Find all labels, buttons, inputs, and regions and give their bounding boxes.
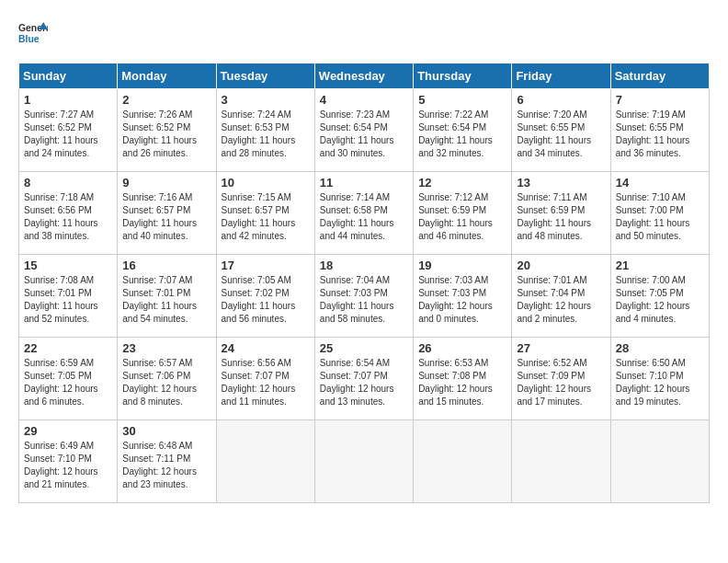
day-of-week-header: Sunday bbox=[19, 63, 118, 89]
calendar-day-cell: 4 Sunrise: 7:23 AM Sunset: 6:54 PM Dayli… bbox=[314, 89, 413, 172]
day-number: 27 bbox=[517, 341, 605, 355]
day-of-week-header: Saturday bbox=[610, 63, 709, 89]
daylight-hours: Daylight: 11 hours and 48 minutes. bbox=[517, 218, 591, 241]
daylight-hours: Daylight: 11 hours and 40 minutes. bbox=[122, 218, 197, 241]
day-number: 22 bbox=[24, 341, 112, 355]
sunset-time: Sunset: 6:56 PM bbox=[24, 205, 92, 215]
sunset-time: Sunset: 7:11 PM bbox=[122, 454, 190, 464]
calendar-day-cell: 24 Sunrise: 6:56 AM Sunset: 7:07 PM Dayl… bbox=[216, 338, 314, 420]
daylight-hours: Daylight: 11 hours and 34 minutes. bbox=[517, 135, 591, 158]
calendar-day-cell: 25 Sunrise: 6:54 AM Sunset: 7:07 PM Dayl… bbox=[314, 338, 413, 420]
day-number: 7 bbox=[616, 93, 704, 107]
calendar-day-cell: 23 Sunrise: 6:57 AM Sunset: 7:06 PM Dayl… bbox=[118, 338, 216, 420]
day-number: 3 bbox=[222, 93, 310, 107]
day-info: Sunrise: 7:00 AM Sunset: 7:05 PM Dayligh… bbox=[616, 274, 704, 326]
day-number: 9 bbox=[122, 176, 210, 190]
sunrise-time: Sunrise: 7:26 AM bbox=[122, 109, 192, 120]
daylight-hours: Daylight: 11 hours and 50 minutes. bbox=[616, 218, 690, 241]
calendar-day-cell: 1 Sunrise: 7:27 AM Sunset: 6:52 PM Dayli… bbox=[19, 89, 118, 172]
sunset-time: Sunset: 7:10 PM bbox=[24, 454, 92, 464]
daylight-hours: Daylight: 11 hours and 36 minutes. bbox=[616, 135, 690, 158]
daylight-hours: Daylight: 12 hours and 8 minutes. bbox=[122, 384, 197, 407]
calendar-day-cell: 2 Sunrise: 7:26 AM Sunset: 6:52 PM Dayli… bbox=[118, 89, 216, 172]
calendar-day-cell: 22 Sunrise: 6:59 AM Sunset: 7:05 PM Dayl… bbox=[19, 338, 118, 420]
sunrise-time: Sunrise: 7:10 AM bbox=[616, 192, 686, 202]
daylight-hours: Daylight: 12 hours and 0 minutes. bbox=[418, 301, 493, 324]
daylight-hours: Daylight: 11 hours and 42 minutes. bbox=[222, 218, 296, 241]
day-info: Sunrise: 7:23 AM Sunset: 6:54 PM Dayligh… bbox=[320, 109, 408, 160]
sunrise-time: Sunrise: 7:11 AM bbox=[517, 192, 586, 202]
calendar-day-cell: 16 Sunrise: 7:07 AM Sunset: 7:01 PM Dayl… bbox=[118, 255, 216, 338]
logo: General Blue bbox=[18, 18, 48, 48]
day-number: 24 bbox=[222, 341, 310, 355]
sunset-time: Sunset: 7:01 PM bbox=[24, 288, 92, 298]
sunrise-time: Sunrise: 7:07 AM bbox=[122, 275, 192, 285]
daylight-hours: Daylight: 11 hours and 52 minutes. bbox=[24, 301, 98, 324]
sunrise-time: Sunrise: 7:12 AM bbox=[418, 192, 488, 202]
day-info: Sunrise: 7:10 AM Sunset: 7:00 PM Dayligh… bbox=[616, 191, 704, 243]
day-info: Sunrise: 7:14 AM Sunset: 6:58 PM Dayligh… bbox=[320, 191, 408, 243]
sunset-time: Sunset: 7:07 PM bbox=[222, 371, 290, 381]
daylight-hours: Daylight: 12 hours and 2 minutes. bbox=[517, 301, 591, 324]
sunrise-time: Sunrise: 7:00 AM bbox=[616, 275, 686, 285]
calendar-day-cell bbox=[414, 420, 512, 503]
sunset-time: Sunset: 7:09 PM bbox=[517, 371, 585, 381]
sunset-time: Sunset: 6:53 PM bbox=[222, 122, 290, 132]
sunset-time: Sunset: 6:59 PM bbox=[418, 205, 486, 215]
sunrise-time: Sunrise: 7:03 AM bbox=[418, 275, 488, 285]
daylight-hours: Daylight: 11 hours and 56 minutes. bbox=[222, 301, 296, 324]
calendar-day-cell bbox=[610, 420, 709, 503]
day-number: 21 bbox=[616, 259, 704, 272]
day-info: Sunrise: 7:26 AM Sunset: 6:52 PM Dayligh… bbox=[122, 109, 210, 160]
day-info: Sunrise: 7:24 AM Sunset: 6:53 PM Dayligh… bbox=[222, 109, 310, 160]
sunrise-time: Sunrise: 7:16 AM bbox=[122, 192, 192, 202]
calendar-week-row: 8 Sunrise: 7:18 AM Sunset: 6:56 PM Dayli… bbox=[19, 172, 710, 255]
day-number: 4 bbox=[320, 93, 408, 107]
daylight-hours: Daylight: 11 hours and 38 minutes. bbox=[24, 218, 98, 241]
sunrise-time: Sunrise: 7:05 AM bbox=[222, 275, 291, 285]
sunrise-time: Sunrise: 7:20 AM bbox=[517, 109, 586, 120]
day-info: Sunrise: 7:18 AM Sunset: 6:56 PM Dayligh… bbox=[24, 191, 112, 243]
daylight-hours: Daylight: 12 hours and 11 minutes. bbox=[222, 384, 296, 407]
day-info: Sunrise: 6:54 AM Sunset: 7:07 PM Dayligh… bbox=[320, 357, 408, 408]
calendar-day-cell: 9 Sunrise: 7:16 AM Sunset: 6:57 PM Dayli… bbox=[118, 172, 216, 255]
sunrise-time: Sunrise: 6:57 AM bbox=[122, 358, 192, 368]
sunset-time: Sunset: 6:54 PM bbox=[418, 122, 486, 132]
day-info: Sunrise: 6:48 AM Sunset: 7:11 PM Dayligh… bbox=[122, 440, 210, 491]
sunrise-time: Sunrise: 6:59 AM bbox=[24, 358, 94, 368]
day-number: 1 bbox=[24, 93, 112, 107]
daylight-hours: Daylight: 11 hours and 30 minutes. bbox=[320, 135, 394, 158]
sunrise-time: Sunrise: 6:48 AM bbox=[122, 441, 192, 451]
daylight-hours: Daylight: 11 hours and 54 minutes. bbox=[122, 301, 197, 324]
calendar-week-row: 22 Sunrise: 6:59 AM Sunset: 7:05 PM Dayl… bbox=[19, 338, 710, 420]
day-info: Sunrise: 6:56 AM Sunset: 7:07 PM Dayligh… bbox=[222, 357, 310, 408]
day-info: Sunrise: 6:59 AM Sunset: 7:05 PM Dayligh… bbox=[24, 357, 112, 408]
day-number: 14 bbox=[616, 176, 704, 190]
calendar-day-cell: 11 Sunrise: 7:14 AM Sunset: 6:58 PM Dayl… bbox=[314, 172, 413, 255]
calendar-day-cell: 26 Sunrise: 6:53 AM Sunset: 7:08 PM Dayl… bbox=[414, 338, 512, 420]
sunrise-time: Sunrise: 6:52 AM bbox=[517, 358, 586, 368]
sunset-time: Sunset: 7:03 PM bbox=[320, 288, 388, 298]
sunset-time: Sunset: 7:03 PM bbox=[418, 288, 486, 298]
sunset-time: Sunset: 6:58 PM bbox=[320, 205, 388, 215]
calendar-header-row: SundayMondayTuesdayWednesdayThursdayFrid… bbox=[19, 63, 710, 89]
day-info: Sunrise: 6:52 AM Sunset: 7:09 PM Dayligh… bbox=[517, 357, 605, 408]
day-info: Sunrise: 7:11 AM Sunset: 6:59 PM Dayligh… bbox=[517, 191, 605, 243]
day-of-week-header: Friday bbox=[512, 63, 610, 89]
page-header: General Blue bbox=[18, 18, 710, 48]
day-info: Sunrise: 7:15 AM Sunset: 6:57 PM Dayligh… bbox=[222, 191, 310, 243]
day-info: Sunrise: 7:03 AM Sunset: 7:03 PM Dayligh… bbox=[418, 274, 506, 326]
day-number: 17 bbox=[222, 259, 310, 272]
day-of-week-header: Tuesday bbox=[216, 63, 314, 89]
day-number: 28 bbox=[616, 341, 704, 355]
sunrise-time: Sunrise: 7:01 AM bbox=[517, 275, 586, 285]
day-info: Sunrise: 7:08 AM Sunset: 7:01 PM Dayligh… bbox=[24, 274, 112, 326]
day-number: 25 bbox=[320, 341, 408, 355]
sunset-time: Sunset: 7:05 PM bbox=[24, 371, 92, 381]
sunrise-time: Sunrise: 6:54 AM bbox=[320, 358, 390, 368]
daylight-hours: Daylight: 12 hours and 23 minutes. bbox=[122, 466, 197, 489]
sunset-time: Sunset: 7:10 PM bbox=[616, 371, 684, 381]
daylight-hours: Daylight: 11 hours and 32 minutes. bbox=[418, 135, 493, 158]
calendar-day-cell bbox=[314, 420, 413, 503]
calendar-day-cell: 15 Sunrise: 7:08 AM Sunset: 7:01 PM Dayl… bbox=[19, 255, 118, 338]
